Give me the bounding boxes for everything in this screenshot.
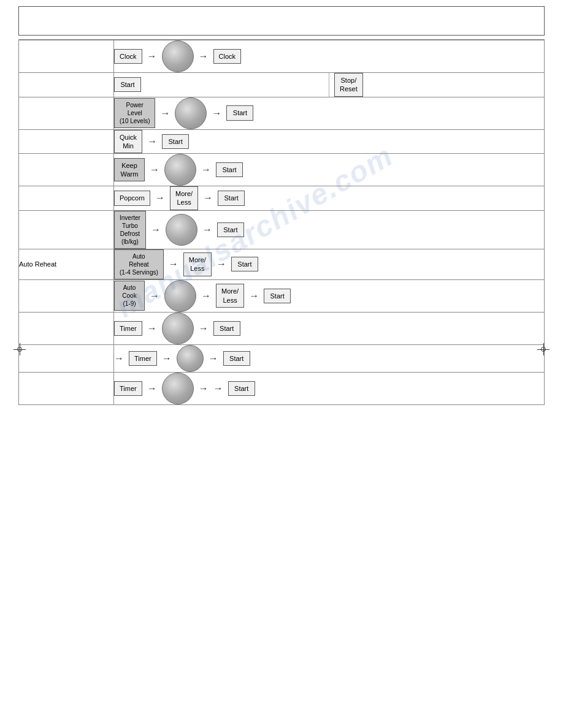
btn-timer[interactable]: Timer [114, 321, 142, 336]
table-row-keep-warm: Keep Warm → → Start [19, 154, 545, 186]
flow-timer-3: Timer → → → Start [114, 373, 544, 404]
arrow-pc-1: → [155, 192, 165, 203]
table-row-timer-2: → Timer → → Start [19, 344, 545, 372]
arrow-t2-2: → [209, 353, 218, 364]
arrow-pc-2: → [203, 192, 213, 203]
arrow-t3-2: → [199, 383, 209, 394]
btn-timer-2[interactable]: Timer [129, 351, 157, 366]
arrow-pl-1: → [160, 108, 170, 119]
table-row-auto-reheat: Auto Reheat Auto Reheat (1-4 Servings) →… [19, 249, 545, 279]
header-bar [18, 6, 545, 36]
btn-start-ac[interactable]: Start [264, 289, 291, 303]
instruction-table: Clock → → Clock Start Stop/ Reset [18, 39, 545, 405]
content-power-level: Power Level (10 Levels) → → Start [114, 97, 545, 129]
content-quick-min: Quick Min → Start [114, 129, 545, 154]
content-auto-reheat: Auto Reheat (1-4 Servings) → More/ Less … [114, 249, 545, 279]
table-row-quick-min: Quick Min → Start [19, 129, 545, 154]
arrow-ac-3: → [249, 290, 259, 301]
btn-quick-min[interactable]: Quick Min [114, 130, 142, 154]
btn-start-kw[interactable]: Start [216, 162, 243, 177]
arrow-t2-1: → [162, 353, 172, 364]
arrow-id-2: → [202, 224, 212, 235]
btn-start-timer[interactable]: Start [213, 321, 240, 336]
table-row-auto-cook: Auto Cook (1-9) → → More/ Less → Start [19, 279, 545, 312]
table-row-clock: Clock → → Clock [19, 40, 545, 73]
btn-start[interactable]: Start [114, 77, 141, 92]
btn-clock-1[interactable]: Clock [114, 49, 142, 64]
arrow-2: → [199, 51, 209, 62]
btn-inverter-defrost[interactable]: Inverter Turbo Defrost (lb/kg) [114, 211, 146, 249]
content-start-stop: Start Stop/ Reset [114, 73, 545, 97]
label-keep-warm [19, 154, 114, 186]
arrow-ar-2: → [216, 259, 226, 270]
btn-start-pc[interactable]: Start [218, 191, 245, 205]
arrow-ac-2: → [201, 290, 211, 301]
btn-clock-2[interactable]: Clock [213, 49, 242, 64]
content-timer-3: Timer → → → Start [114, 372, 545, 404]
flow-auto-reheat: Auto Reheat (1-4 Servings) → More/ Less … [114, 249, 544, 279]
arrow-ac-1: → [150, 290, 159, 301]
btn-start-id[interactable]: Start [217, 222, 244, 237]
table-row-inverter-defrost: Inverter Turbo Defrost (lb/kg) → → Start [19, 210, 545, 249]
arrow-kw-2: → [201, 164, 211, 175]
label-clock [19, 40, 114, 73]
btn-start-pl[interactable]: Start [226, 105, 253, 120]
flow-clock: Clock → → Clock [114, 40, 544, 72]
table-row-popcorn: Popcorn → More/ Less → Start [19, 186, 545, 211]
btn-stop-reset[interactable]: Stop/ Reset [334, 73, 363, 97]
arrow-ar-1: → [169, 259, 178, 270]
content-popcorn: Popcorn → More/ Less → Start [114, 186, 545, 211]
btn-popcorn[interactable]: Popcorn [114, 191, 150, 205]
table-row-timer-3: Timer → → → Start [19, 372, 545, 404]
btn-start-ar[interactable]: Start [231, 257, 258, 271]
btn-more-less-ar[interactable]: More/ Less [183, 252, 212, 276]
half-right-stop: Stop/ Reset [329, 73, 544, 97]
btn-power-level[interactable]: Power Level (10 Levels) [114, 98, 155, 128]
dial-timer-3[interactable] [162, 373, 194, 404]
dial-power-level[interactable] [175, 97, 207, 129]
arrow-qm-1: → [147, 136, 157, 147]
flow-inverter-defrost: Inverter Turbo Defrost (lb/kg) → → Start [114, 211, 544, 249]
btn-timer-3[interactable]: Timer [114, 381, 142, 396]
dial-inverter-defrost[interactable] [166, 214, 197, 246]
table-row-start-stop: Start Stop/ Reset [19, 73, 545, 97]
btn-start-timer-3[interactable]: Start [228, 381, 255, 396]
flow-popcorn: Popcorn → More/ Less → Start [114, 186, 544, 210]
content-keep-warm: Keep Warm → → Start [114, 154, 545, 186]
arrow-pl-2: → [212, 108, 221, 119]
flow-auto-cook: Auto Cook (1-9) → → More/ Less → Start [114, 280, 544, 312]
label-popcorn [19, 186, 114, 211]
dial-timer-2[interactable] [177, 345, 204, 372]
table-row-timer: Timer → → Start [19, 312, 545, 344]
flow-timer: Timer → → Start [114, 313, 544, 344]
label-power-level [19, 97, 114, 129]
btn-start-qm[interactable]: Start [162, 134, 189, 149]
arrow-kw-1: → [150, 164, 159, 175]
split-flow: Start Stop/ Reset [114, 73, 544, 97]
flow-keep-warm: Keep Warm → → Start [114, 154, 544, 186]
arrow-id-1: → [151, 224, 161, 235]
arrow-t2-0: → [114, 353, 124, 364]
dial-clock[interactable] [162, 40, 194, 72]
dial-auto-cook[interactable] [164, 280, 196, 312]
btn-more-less-ac[interactable]: More/ Less [216, 284, 244, 308]
arrow-t-1: → [147, 323, 157, 334]
half-left-start: Start [114, 77, 329, 92]
dial-keep-warm[interactable] [164, 154, 196, 186]
arrow-1: → [147, 51, 157, 62]
content-timer-2: → Timer → → Start [114, 344, 545, 372]
btn-keep-warm[interactable]: Keep Warm [114, 158, 145, 182]
label-auto-cook [19, 279, 114, 312]
label-timer-3 [19, 372, 114, 404]
content-clock: Clock → → Clock [114, 40, 545, 73]
label-quick-min [19, 129, 114, 154]
btn-more-less-pc[interactable]: More/ Less [170, 186, 198, 210]
label-inverter-defrost [19, 210, 114, 249]
btn-auto-cook[interactable]: Auto Cook (1-9) [114, 281, 145, 311]
dial-timer[interactable] [162, 313, 194, 344]
btn-auto-reheat[interactable]: Auto Reheat (1-4 Servings) [114, 249, 164, 279]
label-timer [19, 312, 114, 344]
btn-start-timer-2[interactable]: Start [223, 351, 250, 366]
label-auto-reheat: Auto Reheat [19, 249, 114, 279]
arrow-t3-3: → [213, 383, 223, 394]
